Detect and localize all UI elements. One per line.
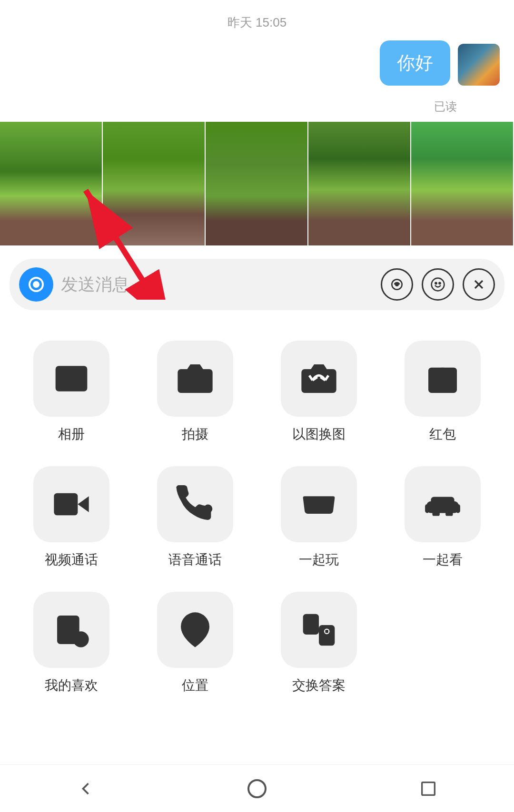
bubble-row: 你好 bbox=[380, 40, 500, 86]
action-voice-call[interactable]: 语音通话 bbox=[133, 455, 257, 580]
camera-icon bbox=[29, 277, 44, 292]
action-video-call[interactable]: 视频通话 bbox=[10, 455, 133, 580]
svg-point-11 bbox=[62, 371, 68, 377]
camera-icon bbox=[176, 360, 214, 398]
svg-rect-15 bbox=[438, 379, 447, 387]
action-location[interactable]: 位置 bbox=[133, 580, 257, 706]
phone-icon bbox=[176, 485, 214, 523]
photo-item-3[interactable] bbox=[206, 122, 308, 245]
red-packet-label: 红包 bbox=[429, 425, 456, 443]
red-packet-icon bbox=[424, 360, 462, 398]
emoji-icon[interactable] bbox=[422, 268, 454, 301]
home-button[interactable] bbox=[243, 774, 271, 803]
voice-call-label: 语音通话 bbox=[168, 551, 222, 569]
play-together-icon-box bbox=[281, 466, 357, 542]
back-button[interactable] bbox=[71, 774, 100, 803]
album-icon-box bbox=[33, 341, 109, 417]
read-label: 已读 bbox=[0, 99, 514, 114]
timestamp: 昨天 15:05 bbox=[0, 0, 514, 40]
svg-rect-22 bbox=[425, 504, 429, 513]
svg-point-12 bbox=[189, 374, 202, 387]
exchange-icon bbox=[300, 611, 338, 649]
image-swap-label: 以图换图 bbox=[292, 425, 346, 443]
video-call-icon-box bbox=[33, 466, 109, 542]
voice-call-icon-box bbox=[157, 466, 233, 542]
location-label: 位置 bbox=[182, 676, 208, 695]
action-camera[interactable]: 拍摄 bbox=[133, 329, 257, 455]
favorites-label: 我的喜欢 bbox=[45, 676, 98, 695]
video-call-label: 视频通话 bbox=[45, 551, 98, 569]
svg-point-27 bbox=[190, 622, 200, 631]
camera-icon-box bbox=[157, 341, 233, 417]
action-favorites[interactable]: 我的喜欢 bbox=[10, 580, 133, 706]
action-album[interactable]: 相册 bbox=[10, 329, 133, 455]
svg-rect-20 bbox=[432, 506, 439, 516]
video-call-icon bbox=[52, 485, 90, 523]
location-icon-box bbox=[157, 592, 233, 668]
action-grid: 相册 拍摄 以图换图 bbox=[0, 320, 514, 715]
input-bar[interactable]: 发送消息 bbox=[10, 259, 504, 310]
action-play-together[interactable]: 一起玩 bbox=[257, 455, 381, 580]
svg-rect-32 bbox=[422, 782, 435, 795]
recent-apps-button[interactable] bbox=[414, 774, 443, 803]
photo-strip[interactable] bbox=[0, 122, 514, 245]
location-icon bbox=[176, 611, 214, 649]
album-label: 相册 bbox=[58, 425, 85, 443]
image-swap-icon bbox=[300, 360, 338, 398]
message-input[interactable]: 发送消息 bbox=[61, 273, 373, 296]
play-together-label: 一起玩 bbox=[299, 551, 339, 569]
input-icons bbox=[381, 268, 495, 301]
svg-rect-21 bbox=[445, 506, 453, 516]
svg-rect-24 bbox=[431, 497, 454, 504]
exchange-answers-label: 交换答案 bbox=[292, 676, 346, 695]
action-image-swap[interactable]: 以图换图 bbox=[257, 329, 381, 455]
avatar bbox=[458, 44, 500, 86]
bottom-nav bbox=[0, 764, 514, 812]
svg-point-6 bbox=[435, 283, 436, 284]
action-empty bbox=[381, 580, 504, 706]
photo-item-4[interactable] bbox=[308, 122, 411, 245]
photo-item-2[interactable] bbox=[103, 122, 206, 245]
photo-item-5[interactable] bbox=[411, 122, 514, 245]
action-exchange-answers[interactable]: 交换答案 bbox=[257, 580, 381, 706]
album-icon bbox=[52, 360, 90, 398]
close-icon[interactable] bbox=[463, 268, 495, 301]
red-packet-icon-box bbox=[405, 341, 481, 417]
exchange-answers-icon-box bbox=[281, 592, 357, 668]
action-watch-together[interactable]: 一起看 bbox=[381, 455, 504, 580]
svg-point-5 bbox=[432, 278, 445, 291]
voice-icon[interactable] bbox=[381, 268, 413, 301]
action-red-packet[interactable]: 红包 bbox=[381, 329, 504, 455]
chat-bubble: 你好 bbox=[380, 40, 450, 86]
chat-area: 你好 bbox=[0, 40, 514, 99]
photo-item-1[interactable] bbox=[0, 122, 103, 245]
watch-together-label: 一起看 bbox=[423, 551, 463, 569]
svg-rect-23 bbox=[456, 504, 460, 513]
svg-point-31 bbox=[248, 780, 266, 797]
svg-point-4 bbox=[395, 283, 398, 285]
camera-label: 拍摄 bbox=[182, 425, 208, 443]
favorites-icon bbox=[52, 611, 90, 649]
favorites-icon-box bbox=[33, 592, 109, 668]
svg-rect-16 bbox=[54, 493, 78, 516]
svg-rect-28 bbox=[303, 614, 319, 635]
image-swap-icon-box bbox=[281, 341, 357, 417]
svg-point-7 bbox=[439, 283, 440, 284]
game-icon bbox=[300, 485, 338, 523]
camera-toggle-button[interactable] bbox=[19, 267, 53, 302]
sofa-icon bbox=[424, 485, 462, 523]
watch-together-icon-box bbox=[405, 466, 481, 542]
